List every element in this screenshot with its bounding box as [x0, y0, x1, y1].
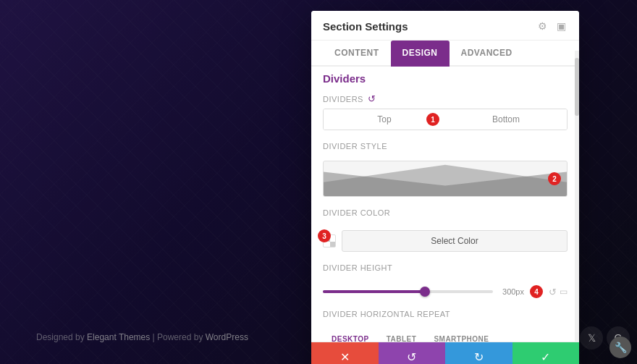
device-tab-smartphone[interactable]: SMARTPHONE: [425, 331, 497, 342]
cancel-button[interactable]: ✕: [311, 342, 379, 364]
panel-header: Section Settings ⚙ ▣: [311, 11, 579, 41]
panel-footer: ✕ ↺ ↻ ✓: [311, 342, 579, 364]
dividers-label: Dividers ↺: [323, 93, 568, 104]
color-badge-number: 3: [318, 229, 331, 242]
divider-shape-svg: [324, 161, 567, 196]
divider-style-label: Divider Style: [323, 142, 568, 151]
dividers-reset-icon[interactable]: ↺: [368, 93, 376, 104]
top-badge: 1: [426, 113, 439, 126]
select-color-button[interactable]: Select Color: [342, 230, 568, 252]
toggle-top-btn[interactable]: Top 1: [324, 109, 445, 130]
wrench-icon[interactable]: 🔧: [609, 337, 631, 358]
panel-content: Dividers Dividers ↺ Top 1 Bottom Divider…: [311, 67, 579, 342]
height-slider-track[interactable]: [323, 290, 493, 293]
undo-button[interactable]: ↺: [379, 342, 446, 364]
panel-title: Section Settings: [323, 20, 408, 40]
height-badge: 4: [530, 285, 543, 298]
tabs-container: Content Design Advanced: [311, 41, 579, 67]
color-swatch[interactable]: 3: [323, 234, 336, 247]
scrollbar-track: [575, 51, 579, 342]
redo-button[interactable]: ↻: [445, 342, 512, 364]
divider-repeat-field: Divider Horizontal Repeat: [311, 304, 579, 329]
height-device-icon[interactable]: ▭: [560, 287, 568, 297]
tab-advanced[interactable]: Advanced: [450, 41, 524, 67]
tab-design[interactable]: Design: [391, 41, 450, 67]
panel-header-icons: ⚙ ▣: [536, 20, 568, 40]
divider-color-label: Divider Color: [323, 208, 568, 217]
device-tabs: DESKTOP TABLET SMARTPHONE: [311, 329, 579, 342]
scrollbar-thumb[interactable]: [575, 58, 579, 116]
tab-content[interactable]: Content: [323, 41, 391, 67]
divider-height-label: Divider Height: [323, 263, 568, 272]
settings-panel: Section Settings ⚙ ▣ Content Design Adva…: [311, 11, 579, 364]
dividers-field-row: Dividers ↺ Top 1 Bottom: [311, 88, 579, 136]
divider-style-badge: 2: [548, 172, 561, 185]
height-slider-thumb[interactable]: [420, 287, 430, 297]
divider-style-field: Divider Style: [311, 136, 579, 161]
save-button[interactable]: ✓: [512, 342, 580, 364]
divider-repeat-label: Divider Horizontal Repeat: [323, 310, 568, 318]
height-reset-icon[interactable]: ↺: [549, 287, 557, 297]
height-slider-fill: [323, 290, 425, 293]
top-bottom-toggle: Top 1 Bottom: [323, 109, 568, 130]
divider-color-field: Divider Color: [311, 203, 579, 227]
color-picker-row: 3 Select Color: [311, 227, 579, 258]
height-slider-value: 300px: [499, 287, 524, 296]
divider-height-field: Divider Height: [311, 258, 579, 282]
divider-style-preview[interactable]: 2: [323, 161, 568, 197]
height-slider-row: 300px 4 ↺ ▭: [311, 282, 579, 304]
device-tab-desktop[interactable]: DESKTOP: [323, 331, 378, 342]
toggle-bottom-btn[interactable]: Bottom: [445, 109, 567, 130]
dividers-heading: Dividers: [311, 67, 579, 88]
collapse-icon[interactable]: ▣: [554, 20, 568, 33]
settings-gear-icon[interactable]: ⚙: [536, 20, 549, 33]
device-tab-tablet[interactable]: TABLET: [378, 331, 426, 342]
height-slider-icons: ↺ ▭: [549, 287, 568, 297]
